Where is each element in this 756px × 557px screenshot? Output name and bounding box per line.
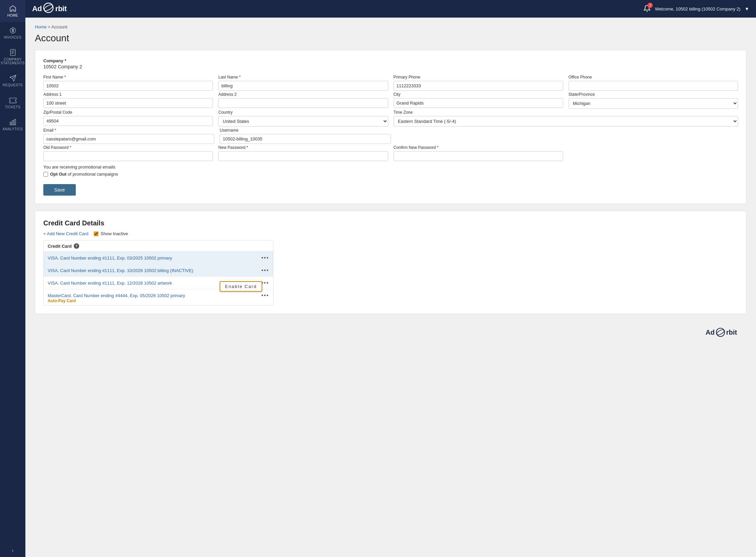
cc-card-link[interactable]: VISA. Card Number ending #1111, Exp. 10/…: [48, 268, 193, 273]
orbit-svg: [43, 2, 54, 13]
credit-card-table: Credit Card ? VISA. Card Number ending #…: [43, 240, 273, 306]
cc-dots-menu[interactable]: •••: [261, 267, 269, 273]
username-label: Username: [220, 128, 391, 133]
topbar-right: 2 Welcome, 10502 billing (10502 Company …: [643, 5, 749, 13]
main-wrapper: Ad rbit 2 Welcome, 10502 billing (10502 …: [25, 0, 756, 557]
old-password-input[interactable]: [43, 151, 213, 161]
address1-label: Address 1: [43, 92, 213, 97]
form-row-3: Zip/Postal Code Country United StatesCan…: [43, 110, 738, 127]
email-label: Email *: [43, 128, 214, 133]
sidebar-item-company-statements[interactable]: COMPANY STATEMENTS: [0, 44, 25, 70]
first-name-input[interactable]: [43, 81, 213, 91]
send-icon: [9, 74, 17, 82]
cc-help-icon[interactable]: ?: [74, 243, 79, 249]
sidebar: HOME INVOICES COMPANY STATEMENTS REQUEST…: [0, 0, 25, 557]
form-row-5: Old Password * New Password * Confirm Ne…: [43, 145, 738, 161]
first-name-group: First Name *: [43, 75, 213, 91]
file-icon: [9, 49, 17, 56]
opt-out-checkbox[interactable]: [43, 172, 48, 177]
svg-rect-1: [10, 49, 15, 55]
promo-text: You are receiving promotional emails: [43, 164, 738, 170]
new-password-input[interactable]: [218, 151, 388, 161]
country-select[interactable]: United StatesCanadaUnited KingdomAustral…: [218, 116, 388, 127]
svg-point-9: [719, 331, 722, 334]
show-inactive-label: Show Inactive: [101, 231, 128, 236]
sidebar-item-requests[interactable]: REQUESTS: [0, 70, 25, 92]
logo-orbit-icon: [43, 2, 54, 15]
email-group: Email *: [43, 128, 214, 144]
state-label: State/Province: [569, 92, 738, 97]
cc-card-link[interactable]: VISA. Card Number ending #1111, Exp. 12/…: [48, 281, 172, 286]
state-select[interactable]: MichiganAlabamaAlaskaArizonaArkansasCali…: [569, 98, 738, 109]
home-icon: [9, 5, 17, 12]
office-phone-label: Office Phone: [569, 75, 738, 80]
svg-rect-4: [14, 119, 16, 125]
sidebar-item-analytics[interactable]: ANALYTICS: [0, 114, 25, 136]
breadcrumb-current: Account: [51, 24, 67, 29]
confirm-password-group: Confirm New Password *: [394, 145, 563, 161]
welcome-text: Welcome, 10502 billing (10502 Company 2): [655, 6, 740, 12]
credit-card-card: Credit Card Details + Add New Credit Car…: [35, 211, 747, 314]
logo-orbit-text: rbit: [55, 4, 66, 13]
last-name-label: Last Name *: [218, 75, 388, 80]
account-form-card: Company * 10502 Company 2 First Name * L…: [35, 50, 747, 204]
sidebar-item-home[interactable]: HOME: [0, 0, 25, 22]
timezone-select[interactable]: Eastern Standard Time (-5/-4)Central Sta…: [394, 116, 738, 127]
sidebar-item-tickets[interactable]: TICKETS: [0, 92, 25, 114]
timezone-group: Time Zone Eastern Standard Time (-5/-4)C…: [394, 110, 738, 127]
confirm-password-input[interactable]: [394, 151, 563, 161]
footer-logo: Ad rbit: [706, 328, 737, 337]
user-dropdown-chevron[interactable]: ▼: [744, 6, 749, 12]
email-input[interactable]: [43, 134, 214, 144]
table-row: VISA. Card Number ending #1111, Exp. 10/…: [44, 264, 273, 277]
sidebar-item-invoices[interactable]: INVOICES: [0, 22, 25, 44]
show-inactive-checkbox[interactable]: [94, 231, 98, 236]
cc-card-link[interactable]: VISA. Card Number ending #1111, Exp. 03/…: [48, 255, 172, 261]
page-title: Account: [35, 33, 747, 44]
notification-badge: 2: [647, 3, 653, 8]
zip-group: Zip/Postal Code: [43, 110, 213, 127]
form-row-4: Email * Username: [43, 128, 738, 144]
save-button[interactable]: Save: [43, 184, 76, 196]
city-input[interactable]: [394, 98, 563, 108]
cc-dots-menu[interactable]: •••: [261, 292, 269, 298]
cc-card-link[interactable]: MasterCard. Card Number ending #4444, Ex…: [48, 293, 185, 298]
office-phone-input[interactable]: [569, 81, 738, 91]
svg-point-6: [47, 6, 50, 9]
sidebar-collapse[interactable]: ›: [8, 544, 17, 557]
cc-table-header: Credit Card ?: [44, 241, 273, 252]
last-name-group: Last Name *: [218, 75, 388, 91]
timezone-label: Time Zone: [394, 110, 738, 115]
new-password-group: New Password *: [218, 145, 388, 161]
breadcrumb: Home > Account: [35, 24, 747, 29]
sidebar-item-label: REQUESTS: [3, 83, 23, 87]
zip-label: Zip/Postal Code: [43, 110, 213, 115]
username-input[interactable]: [220, 134, 391, 144]
breadcrumb-home[interactable]: Home: [35, 24, 47, 29]
notification-bell[interactable]: 2: [643, 5, 651, 13]
opt-out-row: Opt Out of promotional campaigns: [43, 172, 738, 177]
cc-dots-menu[interactable]: ••• Enable Card: [261, 280, 269, 286]
cc-dots-menu[interactable]: •••: [261, 255, 269, 261]
opt-out-suffix-text: of promotional campaigns: [68, 172, 118, 177]
dollar-icon: [9, 27, 17, 34]
username-group: Username: [220, 128, 391, 144]
sidebar-item-label: ANALYTICS: [3, 127, 23, 131]
enable-card-popup[interactable]: Enable Card: [220, 281, 262, 292]
table-row: VISA. Card Number ending #1111, Exp. 03/…: [44, 252, 273, 264]
address2-input[interactable]: [218, 98, 388, 108]
company-label: Company *: [43, 58, 738, 63]
svg-rect-3: [12, 120, 14, 125]
add-cc-link[interactable]: + Add New Credit Card: [43, 231, 88, 236]
new-password-label: New Password *: [218, 145, 388, 150]
cc-actions: + Add New Credit Card Show Inactive: [43, 231, 738, 236]
primary-phone-input[interactable]: [394, 81, 563, 91]
country-group: Country United StatesCanadaUnited Kingdo…: [218, 110, 388, 127]
state-group: State/Province MichiganAlabamaAlaskaAriz…: [569, 92, 738, 109]
ticket-icon: [9, 96, 17, 104]
last-name-input[interactable]: [218, 81, 388, 91]
form-row-2: Address 1 Address 2 City State/Province …: [43, 92, 738, 109]
zip-input[interactable]: [43, 116, 213, 126]
address1-input[interactable]: [43, 98, 213, 108]
city-group: City: [394, 92, 563, 109]
